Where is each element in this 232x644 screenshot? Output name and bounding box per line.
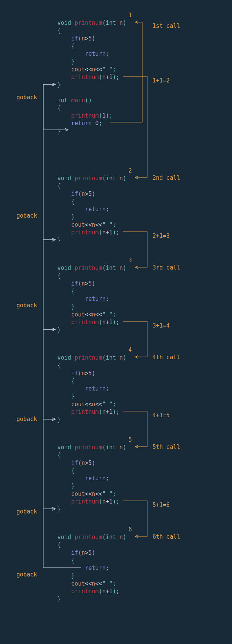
code-block-5: void printnum(int n) { if(n>5) { return;… <box>57 444 127 513</box>
goback-arrow-4 <box>43 329 55 419</box>
goback-arrow-2 <box>43 84 55 240</box>
goback-label-4: goback <box>16 415 37 423</box>
goback-arrow-3 <box>43 240 55 329</box>
call-label-4: 4th call <box>153 353 180 361</box>
code-block-4: void printnum(int n) { if(n>5) { return;… <box>57 354 127 423</box>
sum-label-5: 5+1=6 <box>153 501 170 509</box>
n-value-2: 2 <box>128 167 132 174</box>
goback-label-2: goback <box>16 212 37 220</box>
call-label-6: 6th call <box>153 533 180 541</box>
code-block-2: void printnum(int n) { if(n>5) { return;… <box>57 174 127 244</box>
code-block-6: void printnum(int n) { if(n>5) { return;… <box>57 533 127 603</box>
n-value-3: 3 <box>128 257 132 264</box>
goback-label-5: goback <box>16 508 37 515</box>
sum-label-4: 4+1=5 <box>153 412 170 419</box>
n-value-4: 4 <box>128 346 132 354</box>
code-block-3: void printnum(int n) { if(n>5) { return;… <box>57 264 127 334</box>
n-value-5: 5 <box>128 436 132 444</box>
recurse-arrow-1 <box>123 76 147 178</box>
n-value-6: 6 <box>128 526 132 533</box>
goback-label-1: goback <box>16 94 37 101</box>
recurse-arrow-4 <box>123 411 147 447</box>
n-value-1: 1 <box>128 11 132 19</box>
recurse-arrow-3 <box>123 321 147 357</box>
code-block-1: void printnum(int n) { if(n>5) { return;… <box>57 19 127 135</box>
sum-label-1: 1+1=2 <box>153 77 170 84</box>
sum-label-3: 3+1=4 <box>153 322 170 329</box>
goback-label-3: goback <box>16 302 37 309</box>
call-label-3: 3rd call <box>153 264 180 271</box>
call-label-2: 2nd call <box>153 174 180 182</box>
sum-label-2: 2+1=3 <box>153 232 170 240</box>
call-label-5: 5th call <box>153 443 180 451</box>
goback-label-6: goback <box>16 571 37 578</box>
goback-arrow-5 <box>43 419 55 509</box>
recurse-arrow-5 <box>123 501 147 536</box>
diagram-canvas: void printnum(int n) { if(n>5) { return;… <box>0 0 232 644</box>
call-label-1: 1st call <box>153 22 180 30</box>
recurse-arrow-2 <box>123 232 147 267</box>
